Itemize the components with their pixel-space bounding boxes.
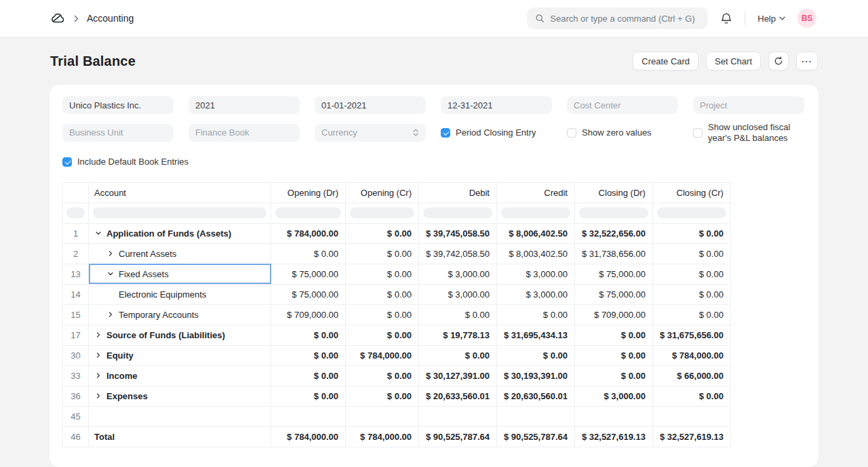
- amount-cell[interactable]: $ 30,193,391.00: [496, 365, 574, 386]
- column-header[interactable]: Closing (Dr): [574, 182, 652, 203]
- amount-cell[interactable]: $ 75,000.00: [574, 284, 652, 304]
- account-cell[interactable]: Total: [89, 426, 271, 447]
- account-cell[interactable]: Fixed Assets: [89, 264, 271, 284]
- refresh-button[interactable]: [768, 52, 789, 70]
- show-unclosed-pl-checkbox[interactable]: Show unclosed fiscal year's P&L balances: [693, 122, 804, 143]
- chevron-right-icon[interactable]: [94, 351, 102, 359]
- account-cell[interactable]: Temporary Accounts: [89, 304, 271, 325]
- amount-cell[interactable]: $ 784,000.00: [652, 345, 730, 365]
- column-filter-chip[interactable]: [579, 207, 648, 218]
- amount-cell[interactable]: $ 0.00: [346, 365, 419, 386]
- amount-cell[interactable]: $ 784,000.00: [346, 426, 419, 447]
- amount-cell[interactable]: $ 39,742,058.50: [419, 243, 497, 264]
- show-unclosed-pl-checkbox-box[interactable]: [693, 128, 703, 138]
- chevron-right-icon[interactable]: [106, 310, 115, 319]
- amount-cell[interactable]: $ 784,000.00: [271, 426, 346, 447]
- amount-cell[interactable]: $ 75,000.00: [574, 264, 652, 284]
- chevron-right-icon[interactable]: [94, 371, 102, 380]
- amount-cell[interactable]: $ 0.00: [652, 243, 730, 264]
- amount-cell[interactable]: $ 31,695,434.13: [496, 325, 574, 345]
- amount-cell[interactable]: $ 20,633,560.01: [419, 386, 497, 406]
- breadcrumb[interactable]: Accounting: [87, 13, 134, 24]
- chevron-right-icon[interactable]: [94, 392, 102, 400]
- project-input[interactable]: Project: [693, 96, 804, 114]
- include-default-book-entries-checkbox[interactable]: Include Default Book Entries: [62, 157, 300, 167]
- notifications-bell-icon[interactable]: [720, 12, 732, 25]
- create-card-button[interactable]: Create Card: [633, 52, 698, 70]
- amount-cell[interactable]: [419, 406, 497, 426]
- period-closing-entry-checkbox-box[interactable]: [441, 128, 450, 138]
- amount-cell[interactable]: $ 0.00: [652, 223, 730, 243]
- amount-cell[interactable]: $ 0.00: [574, 365, 652, 386]
- column-filter-cell[interactable]: [652, 203, 730, 223]
- amount-cell[interactable]: $ 0.00: [346, 243, 419, 264]
- amount-cell[interactable]: $ 709,000.00: [271, 304, 346, 325]
- currency-select[interactable]: Currency: [315, 124, 426, 142]
- amount-cell[interactable]: $ 0.00: [496, 304, 574, 325]
- amount-cell[interactable]: [574, 406, 652, 426]
- set-chart-button[interactable]: Set Chart: [706, 52, 761, 70]
- show-zero-values-checkbox-box[interactable]: [567, 128, 576, 138]
- frappe-cloud-logo-icon[interactable]: [50, 12, 66, 24]
- amount-cell[interactable]: $ 32,522,656.00: [574, 223, 652, 243]
- amount-cell[interactable]: $ 8,003,402.50: [496, 243, 574, 264]
- amount-cell[interactable]: $ 75,000.00: [271, 264, 346, 284]
- amount-cell[interactable]: $ 0.00: [574, 345, 652, 365]
- amount-cell[interactable]: $ 19,778.13: [419, 325, 497, 345]
- amount-cell[interactable]: $ 0.00: [346, 223, 419, 243]
- column-filter-cell[interactable]: [346, 203, 419, 223]
- account-cell[interactable]: Equity: [89, 345, 271, 365]
- amount-cell[interactable]: $ 0.00: [574, 325, 652, 345]
- amount-cell[interactable]: $ 0.00: [652, 284, 730, 304]
- column-header[interactable]: Debit: [419, 182, 497, 203]
- column-filter-cell[interactable]: [271, 203, 346, 223]
- column-filter-cell[interactable]: [89, 203, 271, 223]
- column-filter-chip[interactable]: [501, 207, 570, 218]
- from-date-input[interactable]: 01-01-2021: [315, 96, 426, 114]
- column-filter-chip[interactable]: [93, 207, 267, 218]
- amount-cell[interactable]: $ 0.00: [346, 325, 419, 345]
- amount-cell[interactable]: $ 0.00: [271, 365, 346, 386]
- chevron-right-icon[interactable]: [106, 249, 115, 258]
- show-zero-values-checkbox[interactable]: Show zero values: [567, 127, 678, 138]
- column-filter-chip[interactable]: [657, 207, 726, 218]
- chevron-down-icon[interactable]: [106, 270, 115, 278]
- amount-cell[interactable]: $ 31,738,656.00: [574, 243, 652, 264]
- amount-cell[interactable]: $ 0.00: [652, 304, 730, 325]
- chevron-right-icon[interactable]: [94, 331, 102, 339]
- column-filter-chip[interactable]: [423, 207, 492, 218]
- account-cell[interactable]: Current Assets: [89, 243, 271, 264]
- account-cell[interactable]: Expenses: [89, 386, 271, 406]
- finance-book-input[interactable]: Finance Book: [189, 124, 300, 142]
- column-filter-chip[interactable]: [66, 207, 85, 218]
- amount-cell[interactable]: $ 0.00: [271, 386, 346, 406]
- business-unit-input[interactable]: Business Unit: [62, 124, 174, 142]
- amount-cell[interactable]: $ 32,527,619.13: [574, 426, 652, 447]
- amount-cell[interactable]: $ 0.00: [652, 264, 730, 284]
- amount-cell[interactable]: $ 3,000.00: [496, 264, 574, 284]
- amount-cell[interactable]: $ 90,525,787.64: [496, 426, 574, 447]
- column-header[interactable]: Opening (Cr): [346, 182, 419, 203]
- chevron-down-icon[interactable]: [94, 229, 102, 237]
- column-filter-chip[interactable]: [350, 207, 414, 218]
- amount-cell[interactable]: [496, 406, 574, 426]
- to-date-input[interactable]: 12-31-2021: [441, 96, 552, 114]
- amount-cell[interactable]: [271, 406, 346, 426]
- column-header[interactable]: Credit: [496, 182, 574, 203]
- avatar[interactable]: BS: [797, 9, 816, 28]
- account-cell[interactable]: Source of Funds (Liabilities): [89, 325, 271, 345]
- amount-cell[interactable]: $ 32,527,619.13: [652, 426, 730, 447]
- amount-cell[interactable]: $ 3,000.00: [419, 264, 497, 284]
- amount-cell[interactable]: $ 66,000.00: [652, 365, 730, 386]
- column-filter-cell[interactable]: [574, 203, 652, 223]
- amount-cell[interactable]: $ 0.00: [346, 264, 419, 284]
- column-header[interactable]: Closing (Cr): [652, 182, 730, 203]
- column-header[interactable]: Opening (Dr): [271, 182, 346, 203]
- amount-cell[interactable]: $ 3,000.00: [574, 386, 652, 406]
- amount-cell[interactable]: $ 709,000.00: [574, 304, 652, 325]
- column-filter-cell[interactable]: [63, 203, 89, 223]
- amount-cell[interactable]: $ 0.00: [346, 284, 419, 304]
- amount-cell[interactable]: $ 31,675,656.00: [652, 325, 730, 345]
- search-input[interactable]: Search or type a command (Ctrl + G): [527, 7, 708, 29]
- column-filter-chip[interactable]: [275, 207, 341, 218]
